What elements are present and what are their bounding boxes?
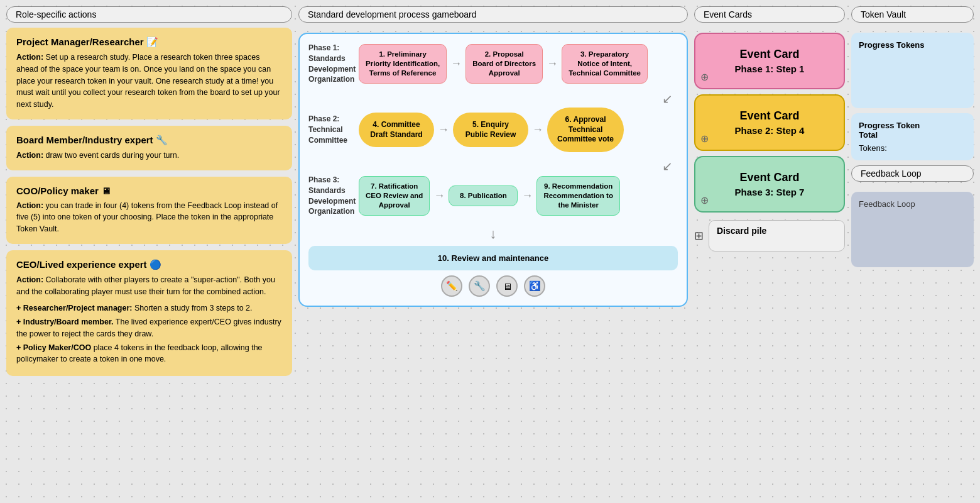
connector-to-10: ↓ (308, 226, 678, 242)
phase-1-steps: 1. Preliminary Priority Identification, … (359, 44, 678, 84)
step-1[interactable]: 1. Preliminary Priority Identification, … (359, 44, 447, 84)
phase-2-row: Phase 2:TechnicalCommittee 4. Committee … (308, 108, 678, 152)
role-card-2-text: Action: draw two event cards during your… (16, 150, 282, 162)
gameboard-icons: ✏️ 🔧 🖥 ♿ (308, 275, 678, 297)
pencil-icon[interactable]: ✏️ (441, 275, 462, 297)
phase-1-label: Phase 1:StandardsDevelopmentOrganization (308, 43, 359, 85)
arrow-1-2: → (450, 57, 462, 70)
role-card-1-title: Project Manager/Researcher 📝 (16, 36, 282, 48)
role-card-2-title: Board Member/Industry expert 🔧 (16, 135, 282, 146)
role-card-project-manager: Project Manager/Researcher 📝 Action: Set… (6, 28, 292, 119)
event-card-3[interactable]: Event Card Phase 3: Step 7 ⊕ (694, 156, 845, 213)
center-panel: Standard development process gameboard P… (298, 6, 688, 497)
role-card-4-bullets: + Researcher/Project manager: Shorten a … (16, 302, 282, 365)
role-card-3-title: COO/Policy maker 🖥 (16, 185, 282, 196)
bullet-researcher: + Researcher/Project manager: Shorten a … (16, 302, 282, 314)
step-4[interactable]: 4. Committee Draft Standard (359, 113, 434, 147)
token-vault-panel: Token Vault Progress Tokens Progress Tok… (851, 6, 974, 497)
left-panel: Role-specific actions Project Manager/Re… (6, 6, 292, 497)
phase-2-label: Phase 2:TechnicalCommittee (308, 114, 359, 145)
gameboard: Phase 1:StandardsDevelopmentOrganization… (298, 33, 688, 307)
step-7[interactable]: 7. Ratification CEO Review and Approval (359, 176, 430, 216)
role-card-3-text: Action: you can trade in four (4) tokens… (16, 200, 282, 235)
bullet-policy: + Policy Maker/COO place 4 tokens in the… (16, 342, 282, 365)
event-card-2[interactable]: Event Card Phase 2: Step 4 ⊕ (694, 94, 845, 151)
role-card-4-text: Action: Collaborate with other players t… (16, 274, 282, 298)
feedback-loop-box: Feedback Loop (851, 192, 974, 267)
phase-3-steps: 7. Ratification CEO Review and Approval … (359, 176, 678, 216)
bullet-industry: + Industry/Board member. The lived exper… (16, 316, 282, 339)
connector-2-3: ↙ (308, 158, 678, 174)
arrow-7-8: → (433, 189, 445, 202)
progress-tokens-label: Progress Tokens (859, 40, 966, 50)
discard-pile-section: ⊞ Discard pile (694, 220, 845, 252)
role-card-4-title: CEO/Lived experience expert 🔵 (16, 259, 282, 270)
feedback-loop-panel-label: Feedback Loop (851, 165, 974, 182)
step-10[interactable]: 10. Review and maintenance (308, 246, 678, 270)
step-3[interactable]: 3. Preparatory Notice of Intent, Technic… (562, 44, 648, 84)
feedback-loop-inner-label: Feedback Loop (859, 199, 966, 209)
role-card-ceo: CEO/Lived experience expert 🔵 Action: Co… (6, 250, 292, 376)
connector-1-2: ↙ (308, 91, 678, 106)
role-card-1-text: Action: Set up a research study. Place a… (16, 52, 282, 111)
step-2[interactable]: 2. Proposal Board of Directors Approval (466, 44, 543, 84)
event-cards-label: Event Cards (694, 6, 845, 23)
phase-3-row: Phase 3:StandardsDevelopmentOrganization… (308, 175, 678, 217)
step-8[interactable]: 8. Publication (449, 185, 518, 206)
progress-tokens-box: Progress Tokens (851, 33, 974, 108)
step-9[interactable]: 9. Recommendation Recommendation to the … (536, 176, 620, 216)
role-card-board-member: Board Member/Industry expert 🔧 Action: d… (6, 126, 292, 170)
phase-1-row: Phase 1:StandardsDevelopmentOrganization… (308, 43, 678, 85)
event-card-3-icon: ⊕ (700, 194, 709, 206)
phase-2-steps: 4. Committee Draft Standard → 5. Enquiry… (359, 108, 678, 152)
wrench-icon[interactable]: 🔧 (469, 275, 490, 297)
event-cards-panel: Event Cards Event Card Phase 1: Step 1 ⊕… (694, 6, 845, 497)
event-card-1-icon: ⊕ (700, 71, 709, 83)
discard-pile-box[interactable]: Discard pile (709, 220, 845, 252)
role-card-coo: COO/Policy maker 🖥 Action: you can trade… (6, 177, 292, 244)
arrow-8-9: → (521, 189, 533, 202)
monitor-icon[interactable]: 🖥 (496, 275, 518, 297)
step-6[interactable]: 6. Approval Technical Committee vote (547, 108, 624, 152)
token-vault-label: Token Vault (851, 6, 974, 23)
arrow-5-6: → (532, 123, 543, 136)
arrow-4-5: → (438, 123, 449, 136)
arrow-2-3: → (547, 57, 558, 70)
event-card-1[interactable]: Event Card Phase 1: Step 1 ⊕ (694, 33, 845, 89)
discard-icon: ⊞ (694, 229, 704, 243)
token-vault-total-box: Progress Token Total Tokens: (851, 113, 974, 160)
accessibility-icon[interactable]: ♿ (524, 275, 545, 297)
tokens-label: Tokens: (859, 143, 966, 153)
gameboard-label: Standard development process gameboard (298, 6, 688, 23)
phase-3-label: Phase 3:StandardsDevelopmentOrganization (308, 175, 359, 217)
event-card-2-icon: ⊕ (700, 133, 709, 145)
step-5[interactable]: 5. Enquiry Public Review (453, 113, 528, 147)
token-total-label: Progress Token Total (859, 121, 966, 140)
role-panel-label: Role-specific actions (6, 6, 292, 23)
